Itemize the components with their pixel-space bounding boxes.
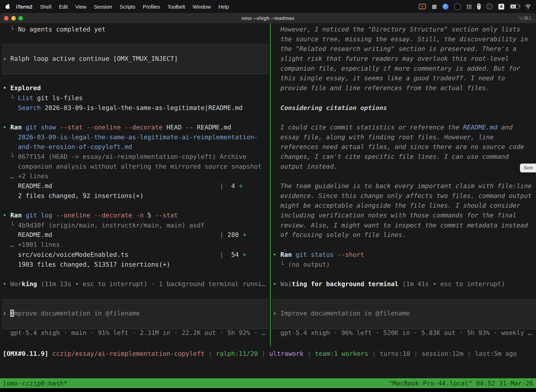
text-segment bbox=[334, 251, 338, 258]
menu-item-toolbelt[interactable]: Toolbelt bbox=[164, 4, 189, 9]
text-segment: Wor bbox=[10, 280, 22, 288]
text-segment: 2026-03-09-is-legal-the-same-as-legitima… bbox=[18, 133, 258, 140]
compass-icon[interactable] bbox=[443, 4, 448, 9]
terminal-line: slight risk that future readers may over… bbox=[273, 54, 536, 64]
keyboard-layout-icon[interactable]: A bbox=[498, 4, 504, 9]
terminal-line: provide file and line references from th… bbox=[273, 84, 536, 93]
text-segment: Ran bbox=[10, 123, 22, 131]
terminal-line: companion file, especially if more comme… bbox=[273, 64, 536, 74]
terminal-line: references need actual files, and since … bbox=[273, 142, 536, 152]
text-segment: README.md bbox=[3, 231, 52, 238]
text-segment: › bbox=[273, 310, 280, 317]
text-segment: | bbox=[304, 350, 315, 357]
terminal-line bbox=[273, 240, 536, 250]
right-pane: However, I noticed the "Directory Struct… bbox=[273, 25, 536, 338]
terminal-line: I could cite commit statistics or refere… bbox=[273, 123, 536, 132]
screen-share-popup[interactable]: Scre bbox=[520, 163, 536, 173]
text-segment: 5 bbox=[144, 212, 155, 219]
text-segment: • bbox=[3, 280, 10, 288]
terminal-line: However, I noticed the "Directory Struct… bbox=[273, 25, 536, 34]
text-segment: gpt-5.4 xhigh · 96% left · 520K in · 5.8… bbox=[273, 329, 531, 336]
menu-item-scripts[interactable]: Scripts bbox=[116, 4, 139, 9]
text-segment: king bbox=[22, 280, 37, 288]
text-segment: 4 bbox=[224, 182, 239, 190]
text-segment bbox=[398, 280, 402, 288]
menu-item-session[interactable]: Session bbox=[90, 4, 116, 9]
text-segment: 067f154 (HEAD -> essay/ai-reimplementati… bbox=[18, 153, 246, 160]
terminal-line bbox=[273, 318, 536, 328]
terminal-line: gpt-5.4 xhigh · main · 91% left · 2.31M … bbox=[3, 328, 270, 338]
menu-bar: iTerm2ShellEditViewSessionScriptsProfile… bbox=[0, 0, 536, 13]
menu-items: iTerm2ShellEditViewSessionScriptsProfile… bbox=[12, 4, 233, 9]
text-segment: + bbox=[243, 231, 247, 238]
text-segment: Explored bbox=[10, 84, 41, 92]
text-segment: • bbox=[273, 280, 280, 288]
text-segment bbox=[56, 123, 60, 131]
terminal-line bbox=[3, 201, 270, 211]
text-segment: … +1901 lines bbox=[3, 241, 60, 248]
window-title-bar[interactable]: omx --xhigh --madmax ⌥⌘1 bbox=[0, 13, 536, 23]
tmux-host-time: "MacBook-Pro-44.local" 04:52 31-Mar-26 bbox=[389, 380, 533, 387]
text-segment: git show bbox=[25, 123, 56, 131]
text-segment bbox=[52, 231, 220, 238]
terminal-line: • Ran git log --oneline --decorate -n 5 … bbox=[3, 211, 270, 221]
text-segment: the "Related research writing" section i… bbox=[273, 45, 517, 52]
circle-app-icon[interactable] bbox=[454, 3, 461, 10]
text-segment: • bbox=[3, 123, 10, 131]
text-segment: | bbox=[464, 350, 475, 357]
text-segment: might be acceptable alongside the file l… bbox=[273, 202, 520, 209]
terminal-line: README.md | 280 + bbox=[3, 230, 270, 240]
bottom-strip bbox=[0, 388, 536, 392]
text-segment: session:12m bbox=[421, 350, 463, 357]
text-segment: 54 bbox=[224, 251, 243, 258]
terminal-line bbox=[273, 113, 536, 123]
dots-grid-icon[interactable] bbox=[467, 4, 471, 9]
terminal-line: › Ralph loop active continue [OMX_TMUX_I… bbox=[3, 54, 270, 64]
text-segment: + bbox=[243, 251, 247, 258]
omx-status-line: [OMX#0.11.9] cczip/essay/ai-reimplementa… bbox=[3, 349, 517, 359]
text-segment: src/voice/voiceModeEnabled.ts bbox=[3, 251, 129, 258]
text-segment bbox=[52, 182, 220, 190]
text-segment: cczip/essay/ai-reimplementation-copyleft bbox=[52, 350, 205, 357]
menu-item-window[interactable]: Window bbox=[189, 4, 215, 9]
apple-logo-icon[interactable] bbox=[5, 4, 10, 9]
text-segment: 1903 files changed, 513517 insertions(+) bbox=[3, 261, 170, 268]
text-segment: ralph:11/20 bbox=[216, 350, 258, 357]
badge-icon[interactable] bbox=[486, 3, 493, 9]
terminal-line: • Ran git show --stat --oneline --decora… bbox=[3, 123, 270, 132]
text-segment: └ bbox=[3, 94, 18, 101]
text-segment: ultrawork bbox=[269, 350, 304, 357]
terminal-line: src/voice/voiceModeEnabled.ts | 54 + bbox=[3, 250, 270, 260]
text-segment: review. Also, I might want to inspect th… bbox=[273, 221, 528, 229]
text-segment: I could cite commit statistics or refere… bbox=[273, 123, 463, 131]
text-segment: However, I noticed the "Directory Struct… bbox=[273, 26, 520, 33]
text-segment: No agents completed yet bbox=[18, 26, 105, 33]
menu-item-edit[interactable]: Edit bbox=[55, 4, 72, 9]
pill-icon[interactable] bbox=[477, 3, 481, 9]
text-segment: | bbox=[205, 350, 216, 357]
text-segment: · 1 background terminal runni… bbox=[147, 280, 265, 288]
menu-item-view[interactable]: View bbox=[72, 4, 90, 9]
menu-item-profiles[interactable]: Profiles bbox=[139, 4, 164, 9]
text-segment: the source tree, missing the essay. Stil… bbox=[273, 36, 528, 43]
text-segment: git ls-files bbox=[33, 94, 83, 101]
text-segment: | bbox=[220, 251, 224, 258]
text-segment: (no output) bbox=[288, 261, 330, 268]
text-segment: README.md bbox=[3, 182, 52, 190]
text-segment: -- bbox=[186, 123, 193, 131]
battery-icon[interactable]: 61 bbox=[510, 4, 519, 9]
text-segment: and-the-erosion-of-copyleft.md bbox=[18, 143, 132, 150]
terminal-line: review. Also, I might want to inspect th… bbox=[273, 220, 536, 230]
terminal-line bbox=[273, 299, 536, 308]
menu-item-help[interactable]: Help bbox=[215, 4, 233, 9]
grid-icon[interactable]: ▦ bbox=[432, 4, 437, 9]
menu-item-shell[interactable]: Shell bbox=[36, 4, 55, 9]
screen-recording-indicator-icon[interactable] bbox=[419, 4, 426, 9]
text-segment: + bbox=[239, 182, 243, 190]
pane-divider[interactable] bbox=[270, 23, 271, 346]
text-segment bbox=[292, 251, 296, 258]
wifi-icon[interactable] bbox=[525, 4, 531, 9]
terminal-line: Search 2026-03-09-is-legal-the-same-as-l… bbox=[3, 103, 270, 113]
text-segment: git log bbox=[25, 212, 52, 219]
menu-item-iterm2[interactable]: iTerm2 bbox=[12, 4, 36, 9]
